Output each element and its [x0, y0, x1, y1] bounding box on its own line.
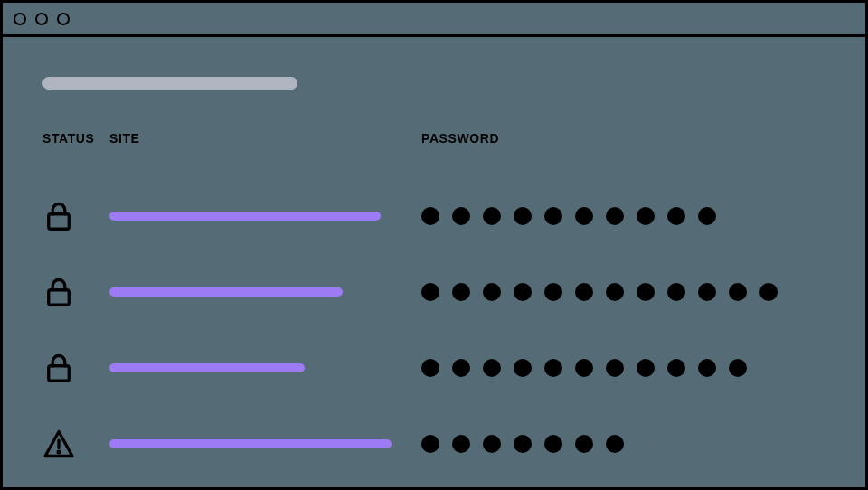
password-dot — [575, 207, 593, 225]
password-dot — [729, 283, 747, 301]
password-dot — [606, 359, 624, 377]
site-name-placeholder — [109, 439, 392, 448]
password-dot — [729, 359, 747, 377]
site-name-placeholder — [109, 287, 343, 297]
site-name-placeholder — [109, 363, 305, 372]
password-dot — [452, 207, 470, 225]
window-control-close[interactable] — [14, 13, 26, 25]
password-dot — [483, 359, 501, 377]
password-dot — [637, 359, 655, 377]
site-name-placeholder — [109, 212, 381, 221]
svg-point-4 — [58, 451, 60, 453]
password-dot — [544, 359, 562, 377]
password-dot — [667, 283, 685, 301]
svg-rect-2 — [49, 366, 70, 382]
password-dot — [575, 283, 593, 301]
password-dot — [514, 435, 532, 453]
password-cell — [421, 330, 826, 406]
password-dot — [698, 207, 716, 225]
password-dot — [514, 283, 532, 301]
password-dot — [544, 207, 562, 225]
lock-icon — [42, 330, 109, 406]
password-dot — [606, 435, 624, 453]
svg-rect-0 — [49, 214, 70, 230]
window-control-maximize[interactable] — [57, 13, 70, 25]
password-dot — [483, 207, 501, 225]
password-dot — [514, 359, 532, 377]
password-dot — [637, 207, 655, 225]
app-window: STATUS SITE PASSWORD — [0, 0, 868, 490]
password-masked — [421, 435, 624, 453]
password-dot — [637, 283, 655, 301]
password-dot — [421, 359, 439, 377]
password-dot — [483, 283, 501, 301]
password-masked — [421, 207, 716, 225]
password-dot — [544, 283, 562, 301]
password-dot — [606, 207, 624, 225]
password-cell — [421, 178, 826, 254]
lock-icon — [42, 254, 109, 330]
password-dot — [760, 283, 778, 301]
password-dot — [667, 359, 685, 377]
site-cell — [109, 330, 421, 406]
window-titlebar — [3, 3, 865, 37]
password-dot — [421, 283, 439, 301]
password-dot — [667, 207, 685, 225]
column-header-site: SITE — [109, 131, 421, 146]
password-cell — [421, 406, 826, 482]
column-header-status: STATUS — [42, 131, 109, 146]
password-dot — [606, 283, 624, 301]
content-area: STATUS SITE PASSWORD — [3, 37, 865, 482]
alert-icon — [42, 406, 109, 482]
password-cell — [421, 254, 826, 330]
password-dot — [452, 283, 470, 301]
site-cell — [109, 254, 421, 330]
column-header-password: PASSWORD — [421, 131, 826, 146]
svg-rect-1 — [49, 290, 70, 306]
password-dot — [575, 359, 593, 377]
password-dot — [452, 435, 470, 453]
password-dot — [421, 207, 439, 225]
password-dot — [452, 359, 470, 377]
password-masked — [421, 283, 778, 301]
password-dot — [483, 435, 501, 453]
password-dot — [698, 283, 716, 301]
page-title-placeholder — [42, 77, 297, 90]
password-dot — [698, 359, 716, 377]
site-cell — [109, 178, 421, 254]
site-cell — [109, 406, 421, 482]
password-dot — [421, 435, 439, 453]
lock-icon — [42, 178, 109, 254]
password-dot — [575, 435, 593, 453]
password-masked — [421, 359, 747, 377]
window-control-minimize[interactable] — [35, 13, 48, 25]
password-dot — [514, 207, 532, 225]
password-dot — [544, 435, 562, 453]
password-table: STATUS SITE PASSWORD — [42, 131, 826, 482]
